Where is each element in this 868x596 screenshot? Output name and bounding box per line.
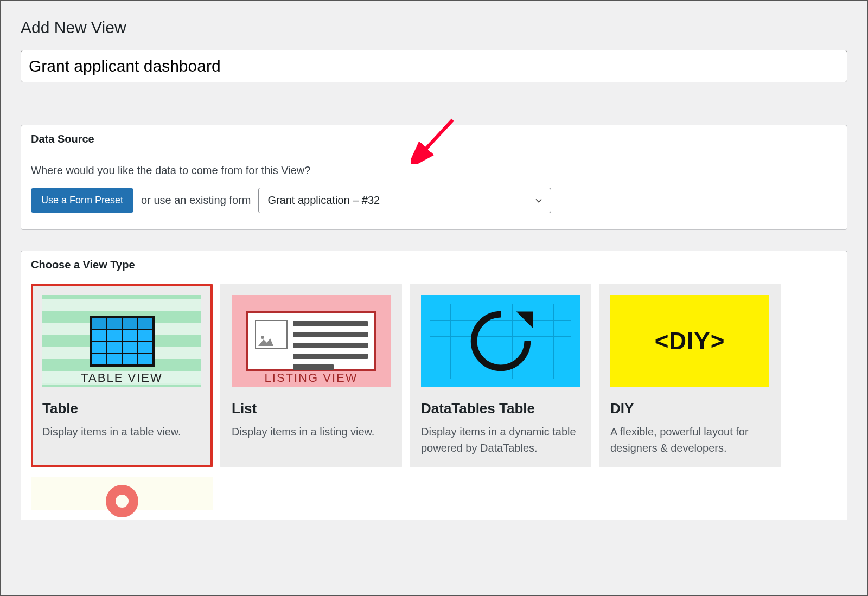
view-type-card-list[interactable]: LISTING VIEW List Display items in a lis… [220, 284, 402, 467]
view-type-card-datatables[interactable]: DataTables Table Display items in a dyna… [410, 284, 591, 467]
data-source-panel: Data Source Where would you like the dat… [21, 125, 847, 230]
list-view-thumbnail: LISTING VIEW [232, 295, 391, 387]
grid-icon [90, 316, 155, 367]
card-title: DIY [610, 400, 769, 417]
view-type-card-table[interactable]: TABLE VIEW Table Display items in a tabl… [31, 284, 213, 467]
diy-text-icon: <DIY> [655, 328, 725, 355]
use-form-preset-button[interactable]: Use a Form Preset [31, 188, 133, 213]
page-title: Add New View [21, 18, 847, 37]
data-source-heading: Data Source [21, 125, 847, 153]
view-type-card-peek[interactable] [31, 477, 213, 510]
view-type-card-diy[interactable]: <DIY> DIY A flexible, powerful layout fo… [599, 284, 781, 467]
data-source-question: Where would you like the data to come fr… [31, 164, 837, 177]
thumbnail-label: TABLE VIEW [42, 371, 201, 385]
thumbnail-label: LISTING VIEW [232, 371, 391, 385]
refresh-icon [465, 306, 536, 376]
app-frame: Add New View Data Source Where would you… [0, 0, 868, 596]
card-description: Display items in a listing view. [232, 424, 391, 440]
card-description: Display items in a table view. [42, 424, 201, 440]
card-title: DataTables Table [421, 400, 580, 417]
chevron-down-icon [533, 195, 544, 206]
circle-icon [106, 485, 138, 517]
diy-thumbnail: <DIY> [610, 295, 769, 387]
view-type-panel: Choose a View Type [21, 251, 847, 520]
svg-point-1 [261, 336, 264, 339]
view-type-heading: Choose a View Type [21, 251, 847, 278]
card-description: A flexible, powerful layout for designer… [610, 424, 769, 456]
card-title: List [232, 400, 391, 417]
image-placeholder-icon [255, 320, 288, 349]
datatables-thumbnail [421, 295, 580, 387]
or-text: or use an existing form [141, 194, 251, 207]
table-view-thumbnail: TABLE VIEW [42, 295, 201, 387]
existing-form-select[interactable]: Grant application – #32 [258, 188, 551, 213]
view-title-input[interactable] [21, 50, 847, 82]
existing-form-selected-value: Grant application – #32 [267, 194, 380, 207]
card-title: Table [42, 400, 201, 417]
card-description: Display items in a dynamic table powered… [421, 424, 580, 456]
